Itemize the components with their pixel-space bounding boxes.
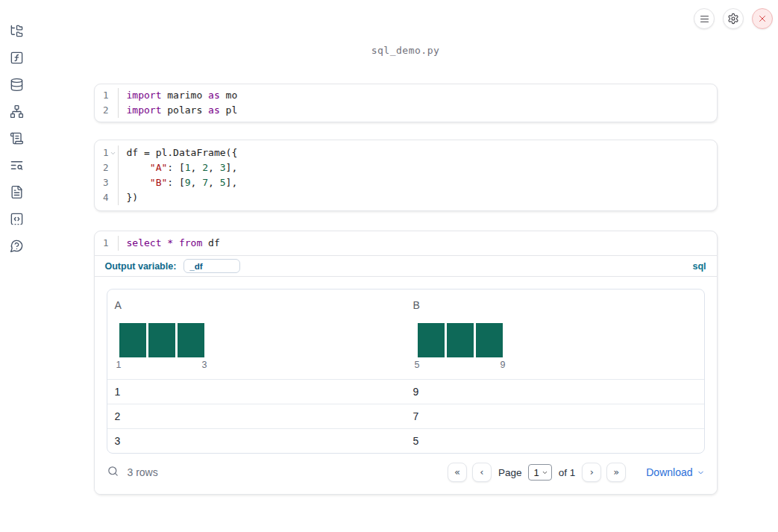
notebook-main: sql_demo.py 1 import marimo as mo 2 impo…: [33, 0, 778, 532]
sql-cell: 1 select * from df Output variable: sql …: [94, 231, 718, 495]
snippets-icon[interactable]: [7, 205, 26, 232]
sql-editor[interactable]: 1 select * from df: [95, 231, 717, 255]
column-header-a[interactable]: A 1 3: [107, 290, 406, 379]
page-number-select[interactable]: 1: [528, 464, 551, 481]
documentation-icon[interactable]: [7, 178, 26, 205]
download-button[interactable]: Download: [646, 466, 704, 478]
cell-value: 3: [107, 435, 406, 447]
column-histogram[interactable]: [119, 323, 204, 357]
column-name: B: [413, 299, 697, 313]
code-text[interactable]: import polars as pl: [119, 103, 238, 118]
table-footer: 3 rows « ‹ Page 1 of 1 › » Download: [95, 454, 717, 494]
line-number: 4: [95, 190, 109, 205]
cell-value: 2: [107, 410, 406, 422]
code-text[interactable]: }): [119, 190, 139, 205]
hist-min-label: 1: [116, 360, 122, 372]
dependency-graph-icon[interactable]: [7, 98, 26, 125]
code-text[interactable]: df = pl.DataFrame({: [119, 145, 238, 160]
line-number: 3: [95, 175, 109, 190]
chevron-down-icon: [697, 469, 705, 477]
code-line[interactable]: 3 "B": [9, 7, 5],: [95, 175, 717, 190]
chevron-down-icon: [542, 469, 548, 476]
table-header: A 1 3 B 5 9: [107, 290, 704, 379]
column-header-b[interactable]: B 5 9: [406, 290, 704, 379]
last-page-button[interactable]: »: [606, 463, 626, 482]
first-page-button[interactable]: «: [448, 463, 467, 482]
file-explorer-icon[interactable]: [7, 17, 26, 44]
code-cell-dataframe[interactable]: 1 df = pl.DataFrame({ 2 "A": [1, 2, 3], …: [94, 140, 718, 211]
hist-min-label: 5: [415, 360, 420, 372]
output-variable-label: Output variable:: [105, 261, 177, 272]
code-line[interactable]: 1 import marimo as mo: [95, 88, 717, 103]
column-name: A: [115, 299, 398, 313]
fold-chevron-icon[interactable]: [109, 145, 118, 160]
code-text[interactable]: "B": [9, 7, 5],: [119, 175, 238, 190]
hist-max-label: 3: [202, 360, 207, 372]
next-page-button[interactable]: ›: [582, 463, 601, 482]
help-icon[interactable]: [7, 232, 26, 259]
datasources-icon[interactable]: [7, 71, 26, 98]
code-line[interactable]: 1 select * from df: [95, 236, 717, 251]
line-number: 1: [95, 236, 109, 251]
logs-icon[interactable]: [7, 151, 26, 178]
code-line[interactable]: 2 import polars as pl: [95, 103, 717, 118]
cell-value: 1: [107, 386, 406, 398]
language-badge[interactable]: sql: [692, 261, 706, 272]
line-number: 1: [95, 145, 109, 160]
helper-panel-sidebar: [0, 0, 33, 532]
code-cell-imports[interactable]: 1 import marimo as mo 2 import polars as…: [94, 84, 718, 122]
code-line[interactable]: 4 }): [95, 190, 717, 205]
line-number: 2: [95, 103, 109, 118]
table-row[interactable]: 3 5: [107, 428, 704, 453]
notebook-filename[interactable]: sql_demo.py: [33, 45, 778, 56]
sql-cell-footer: Output variable: sql: [95, 255, 717, 276]
line-number: 1: [95, 88, 109, 103]
hist-max-label: 9: [501, 360, 506, 372]
code-line[interactable]: 1 df = pl.DataFrame({: [95, 145, 717, 160]
cell-value: 5: [406, 435, 704, 447]
output-variable-input[interactable]: [183, 259, 240, 273]
table-output: A 1 3 B 5 9: [95, 276, 717, 494]
table-row[interactable]: 1 9: [107, 379, 704, 404]
cell-value: 9: [406, 386, 704, 398]
code-text[interactable]: select * from df: [119, 236, 220, 251]
code-text[interactable]: "A": [1, 2, 3],: [119, 160, 238, 175]
page-total: of 1: [559, 467, 576, 478]
page-label: Page: [498, 467, 522, 478]
column-histogram[interactable]: [418, 323, 503, 357]
dataframe-table: A 1 3 B 5 9: [107, 289, 705, 454]
outline-icon[interactable]: [7, 125, 26, 151]
row-count: 3 rows: [128, 466, 158, 478]
cell-value: 7: [406, 410, 704, 422]
prev-page-button[interactable]: ‹: [472, 463, 492, 482]
search-icon[interactable]: [107, 465, 119, 480]
table-row[interactable]: 2 7: [107, 404, 704, 428]
code-text[interactable]: import marimo as mo: [119, 88, 238, 103]
variables-icon[interactable]: [7, 44, 26, 71]
line-number: 2: [95, 160, 109, 175]
code-line[interactable]: 2 "A": [1, 2, 3],: [95, 160, 717, 175]
